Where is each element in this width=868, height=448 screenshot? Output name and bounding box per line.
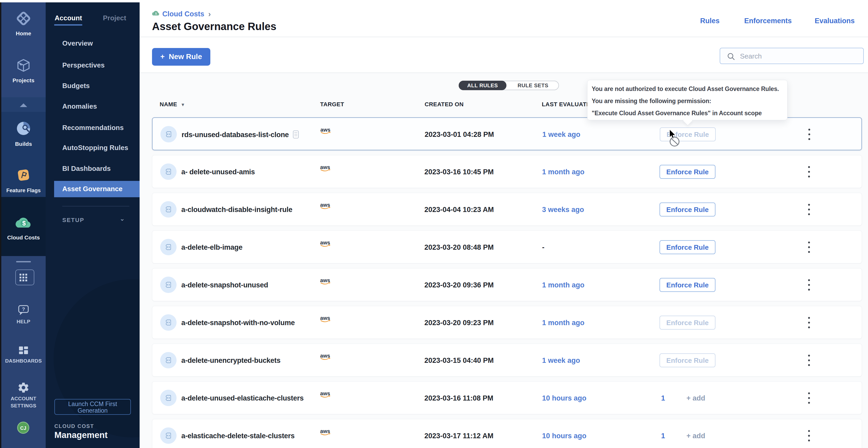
svg-text:aws: aws — [320, 127, 331, 133]
svg-text:aws: aws — [320, 353, 330, 358]
svg-text:aws: aws — [320, 428, 330, 434]
svg-text:aws: aws — [320, 390, 330, 396]
svg-text:?: ? — [22, 306, 25, 312]
svg-text:aws: aws — [320, 277, 330, 283]
svg-text:aws: aws — [320, 240, 330, 245]
svg-text:$: $ — [22, 220, 26, 227]
svg-text:aws: aws — [320, 315, 330, 321]
svg-text:aws: aws — [320, 164, 330, 170]
svg-text:$: $ — [155, 11, 157, 15]
svg-text:aws: aws — [320, 202, 330, 208]
